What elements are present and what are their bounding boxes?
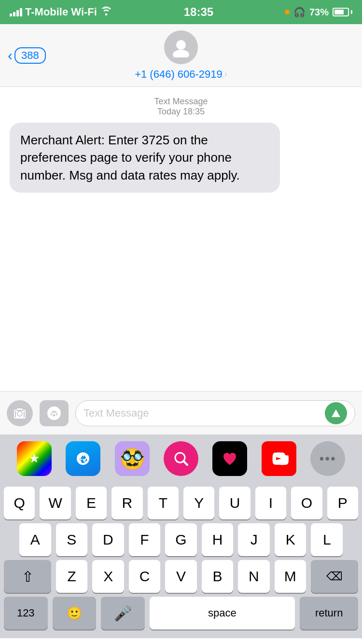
key-h[interactable]: H	[202, 523, 234, 556]
key-u[interactable]: U	[219, 487, 250, 519]
keyboard-row-1: Q W E R T Y U I O P	[0, 483, 362, 519]
status-left: T-Mobile Wi-Fi	[10, 6, 112, 18]
key-s[interactable]: S	[56, 523, 88, 556]
back-chevron-icon: ‹	[8, 47, 13, 64]
key-q[interactable]: Q	[4, 487, 35, 519]
keyboard-bottom-row: 123 🙂 🎤 space return	[0, 593, 362, 638]
keyboard-row-3: ⇧ Z X C V B N M ⌫	[0, 556, 362, 593]
signal-bars	[10, 8, 22, 16]
keyboard-row-2: A S D F G H J K L	[0, 519, 362, 556]
key-x[interactable]: X	[92, 560, 124, 593]
svg-point-0	[176, 40, 186, 50]
text-input-placeholder: Text Message	[84, 407, 322, 420]
message-time-label: Text Message Today 18:35	[0, 97, 362, 117]
key-f[interactable]: F	[129, 523, 161, 556]
key-z[interactable]: Z	[56, 560, 87, 593]
key-p[interactable]: P	[327, 487, 358, 519]
key-emoji[interactable]: 🙂	[53, 597, 97, 630]
nav-bar: ‹ 388 +1 (646) 606-2919 ›	[0, 24, 362, 87]
more-apps-button[interactable]: •••	[310, 441, 345, 476]
contact-avatar	[164, 30, 198, 64]
key-l[interactable]: L	[311, 523, 343, 556]
svg-line-4	[183, 461, 187, 465]
key-c[interactable]: C	[129, 560, 160, 593]
appstore-app-icon[interactable]	[66, 441, 100, 476]
key-k[interactable]: K	[275, 523, 306, 556]
battery-percent: 73%	[309, 7, 329, 18]
orange-dot	[285, 10, 290, 14]
youtube-app-icon[interactable]	[262, 441, 296, 476]
input-bar: Text Message	[0, 391, 362, 434]
key-a[interactable]: A	[19, 523, 51, 556]
key-b[interactable]: B	[202, 560, 233, 593]
key-t[interactable]: T	[148, 487, 179, 519]
svg-point-1	[173, 50, 189, 57]
app-row: 🥸 •••	[0, 434, 362, 483]
carrier-label: T-Mobile Wi-Fi	[25, 6, 97, 18]
detail-chevron-icon: ›	[224, 69, 227, 79]
key-v[interactable]: V	[165, 560, 196, 593]
status-bar: T-Mobile Wi-Fi 18:35 🎧 73%	[0, 0, 362, 24]
wifi-icon	[100, 6, 112, 18]
back-badge-count: 388	[14, 47, 46, 64]
contact-number[interactable]: +1 (646) 606-2919 ›	[135, 68, 227, 81]
key-y[interactable]: Y	[183, 487, 214, 519]
key-shift[interactable]: ⇧	[4, 560, 51, 593]
send-button[interactable]	[325, 402, 347, 424]
status-right: 🎧 73%	[285, 6, 352, 18]
camera-button[interactable]	[7, 400, 33, 426]
key-space[interactable]: space	[150, 597, 295, 630]
key-backspace[interactable]: ⌫	[311, 560, 358, 593]
key-o[interactable]: O	[291, 487, 322, 519]
photos-app-icon[interactable]	[17, 441, 52, 476]
key-numbers[interactable]: 123	[4, 597, 48, 630]
appstore-button[interactable]	[40, 400, 69, 426]
key-e[interactable]: E	[76, 487, 107, 519]
message-row: Merchant Alert: Enter 3725 on the prefer…	[0, 123, 362, 193]
key-r[interactable]: R	[111, 487, 142, 519]
battery-icon	[333, 8, 352, 16]
key-g[interactable]: G	[165, 523, 197, 556]
headphone-icon: 🎧	[293, 6, 306, 18]
key-m[interactable]: M	[275, 560, 306, 593]
globe-search-icon[interactable]	[164, 441, 198, 476]
keyboard: Q W E R T Y U I O P A S D F G H J K L ⇧ …	[0, 483, 362, 638]
message-bubble: Merchant Alert: Enter 3725 on the prefer…	[10, 123, 280, 193]
key-n[interactable]: N	[238, 560, 269, 593]
status-time: 18:35	[184, 5, 213, 19]
key-j[interactable]: J	[238, 523, 270, 556]
memoji-app-icon[interactable]: 🥸	[115, 441, 150, 476]
chat-area: Text Message Today 18:35 Merchant Alert:…	[0, 87, 362, 391]
key-w[interactable]: W	[40, 487, 70, 519]
text-input[interactable]: Text Message	[75, 400, 355, 426]
back-button[interactable]: ‹ 388	[8, 47, 46, 64]
key-d[interactable]: D	[92, 523, 124, 556]
key-mic[interactable]: 🎤	[101, 597, 145, 630]
key-return[interactable]: return	[300, 597, 358, 630]
key-i[interactable]: I	[255, 487, 286, 519]
heart-app-icon[interactable]	[212, 441, 247, 476]
